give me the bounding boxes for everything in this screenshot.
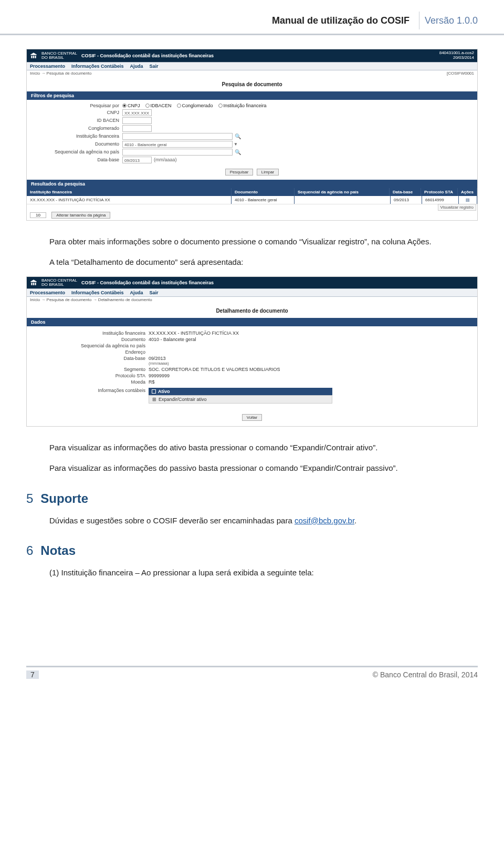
row-pesquisar-por: Pesquisar por CNPJ IDBACEN Conglomerado … [30, 103, 474, 108]
brand-line2: DO BRASIL [41, 56, 77, 60]
radio-idbacen[interactable]: IDBACEN [145, 103, 172, 108]
label-doc: Documento [30, 337, 145, 342]
col-inst[interactable]: Instituição financeira [27, 188, 232, 196]
input-instfin[interactable] [122, 133, 233, 140]
paragraph-1: Para obter mais informações sobre o docu… [26, 235, 478, 247]
limpar-button[interactable]: Limpar [257, 169, 279, 176]
radio-dot-icon [218, 104, 223, 108]
select-documento[interactable]: 4010 - Balancete geral [122, 141, 233, 148]
table-row: XX.XXX.XXX - INSTITUIÇÃO FICTÍCIA XX 401… [27, 196, 477, 204]
page-content: BANCO CENTRAL DO BRASIL COSIF - Consolid… [0, 35, 504, 603]
val-moeda: R$ [149, 379, 155, 385]
menu-bar: Processamento Informações Contábeis Ajud… [27, 62, 477, 70]
info-contabeis-box: Ativo ⊞Expandir/Contrair ativo [149, 388, 332, 404]
radio-dot-icon [177, 104, 181, 108]
expandir-label: Expandir/Contrair ativo [159, 397, 207, 402]
cell-db: 09/2013 [391, 196, 422, 204]
app-topbar: BANCO CENTRAL DO BRASIL COSIF - Consolid… [27, 277, 477, 288]
val-db: 09/2013 (mm/aaaa) [149, 356, 169, 366]
label-seq: Sequencial da agência no país [30, 149, 119, 154]
voltar-button[interactable]: Voltar [242, 414, 262, 421]
row-cong: Conglomerado [30, 125, 474, 132]
col-db[interactable]: Data-base [390, 188, 421, 196]
menu-processamento[interactable]: Processamento [30, 290, 65, 295]
label-seq: Sequencial da agência no país [30, 343, 145, 348]
menu-informacoes[interactable]: Informações Contábeis [71, 64, 124, 69]
menu-informacoes[interactable]: Informações Contábeis [71, 290, 124, 295]
database-hint: (mm/aaaa) [154, 157, 177, 162]
paragraph-2: A tela “Detalhamento de documento” será … [26, 256, 478, 268]
val-db-value: 09/2013 [149, 356, 169, 361]
footer-copyright: © Banco Central do Brasil, 2014 [373, 670, 478, 679]
dropdown-icon[interactable]: ▼ [234, 142, 238, 147]
radio-conglomerado[interactable]: Conglomerado [177, 103, 213, 108]
row-seq: Sequencial da agência no país 🔍 [30, 149, 474, 156]
cell-doc: 4010 - Balancete geral [232, 196, 295, 204]
menu-sair[interactable]: Sair [150, 64, 159, 69]
section-5-num: 5 [26, 491, 33, 505]
label-db: Data-base [30, 356, 145, 366]
results-header-row: Instituição financeira Documento Sequenc… [27, 188, 477, 196]
radio-label-idbacen: IDBACEN [151, 103, 172, 108]
page-number: 7 [26, 670, 39, 679]
radio-label-cong: Conglomerado [182, 103, 213, 108]
radio-dot-icon [145, 104, 150, 108]
plus-icon: ⊞ [152, 397, 156, 402]
cell-prot: 66014999 [422, 196, 459, 204]
col-seq[interactable]: Sequencial da agência no país [295, 188, 390, 196]
search-icon[interactable]: 🔍 [235, 149, 241, 155]
label-pesquisar-por: Pesquisar por [30, 103, 119, 108]
app-name: COSIF - Consolidação contábil das instit… [81, 53, 214, 58]
val-prot: 99999999 [149, 373, 170, 378]
input-cong[interactable] [122, 125, 152, 132]
val-inst: XX.XXX.XXX - INSTITUIÇÃO FICTÍCIA XX [149, 331, 239, 336]
search-icon[interactable]: 🔍 [235, 133, 241, 139]
menu-processamento[interactable]: Processamento [30, 64, 65, 69]
footer-rule [26, 666, 478, 667]
label-instfin: Instituição financeira [30, 133, 119, 139]
menu-ajuda[interactable]: Ajuda [130, 64, 143, 69]
input-database[interactable]: 09/2013 [122, 157, 152, 163]
filters-heading: Filtros de pesquisa [27, 91, 477, 100]
doc-version: Versão 1.0.0 [425, 15, 478, 26]
val-seg: SOC. CORRETORA DE TITULOS E VALORES MOBI… [149, 367, 280, 372]
menu-bar: Processamento Informações Contábeis Ajud… [27, 288, 477, 297]
menu-ajuda[interactable]: Ajuda [130, 290, 143, 295]
input-cnpj[interactable]: XX.XXX.XXX [122, 109, 152, 116]
pager-button[interactable]: Alterar tamanho da página [51, 212, 110, 219]
pesquisar-button[interactable]: Pesquisar [225, 169, 254, 176]
brand-area: BANCO CENTRAL DO BRASIL COSIF - Consolid… [30, 51, 214, 60]
breadcrumb: Início → Pesquisa de documento → Detalha… [27, 297, 477, 303]
support-email-link[interactable]: cosif@bcb.gov.br [295, 516, 354, 525]
row-instfin: Instituição financeira 🔍 [30, 133, 474, 140]
tooltip-visualizar: Visualizar registro [27, 204, 477, 210]
label-cnpj: CNPJ [30, 110, 119, 115]
label-database: Data-base [30, 157, 119, 162]
input-idbacen[interactable] [122, 117, 152, 124]
input-seq[interactable] [122, 149, 233, 156]
radio-dot-icon [122, 104, 127, 108]
menu-sair[interactable]: Sair [150, 290, 159, 295]
footer-row: 7 © Banco Central do Brasil, 2014 [26, 670, 478, 679]
section-6-title: Notas [40, 543, 76, 558]
col-prot[interactable]: Protocolo STA [421, 188, 458, 196]
breadcrumb-path: Início → Pesquisa de documento → Detalha… [30, 297, 152, 302]
header-divider [419, 12, 419, 29]
doc-title: Manual de utilização do COSIF [272, 15, 410, 26]
page-size-input[interactable]: 10 [30, 212, 46, 218]
dados-heading: Dados [27, 318, 477, 326]
expandir-contrair-ativo[interactable]: ⊞Expandir/Contrair ativo [149, 395, 332, 404]
para5-text-a: Dúvidas e sugestões sobre o COSIF deverã… [49, 516, 295, 525]
bank-logo-icon [30, 52, 37, 59]
app-topbar: BANCO CENTRAL DO BRASIL COSIF - Consolid… [27, 49, 477, 62]
expand-box-icon [152, 389, 156, 394]
visualizar-registro-icon[interactable]: ▤ [459, 196, 477, 204]
pager: 10 Alterar tamanho da página [27, 210, 477, 220]
system-id: [COSIFW0001 [447, 71, 474, 76]
label-prot: Protocolo STA [30, 373, 145, 378]
radio-instfin[interactable]: Instituição financeira [218, 103, 267, 108]
info-ativo-header[interactable]: Ativo [149, 388, 332, 395]
col-doc[interactable]: Documento [232, 188, 295, 196]
paragraph-3: Para visualizar as informações do ativo … [26, 441, 478, 453]
radio-cnpj[interactable]: CNPJ [122, 103, 140, 108]
